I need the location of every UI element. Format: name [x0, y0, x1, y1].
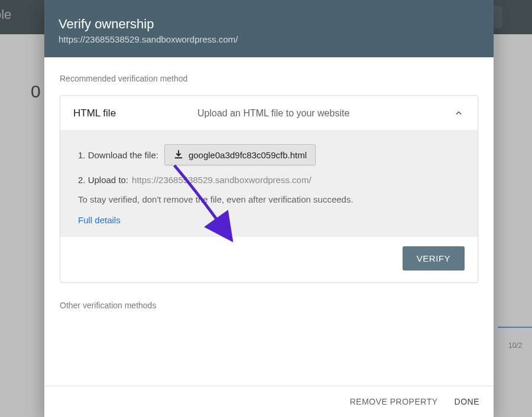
- other-methods-label: Other verification methods: [60, 301, 478, 310]
- step-upload: 2. Upload to: https://23685538529.sandbo…: [78, 175, 460, 185]
- modal-footer: REMOVE PROPERTY DONE: [44, 386, 494, 417]
- chevron-up-icon: [453, 107, 465, 119]
- verification-note: To stay verified, don't remove the file,…: [78, 194, 460, 204]
- method-content: 1. Download the file: google0a3d9fc83c05…: [60, 130, 478, 237]
- verify-row: VERIFY: [60, 237, 478, 282]
- modal-subtitle: https://23685538529.sandboxwordpress.com…: [59, 34, 479, 44]
- download-filename: google0a3d9fc83c059cfb.html: [189, 150, 307, 160]
- modal-title: Verify ownership: [59, 17, 479, 32]
- method-header[interactable]: HTML file Upload an HTML file to your we…: [60, 96, 478, 130]
- remove-property-button[interactable]: REMOVE PROPERTY: [350, 397, 438, 406]
- modal-body[interactable]: Recommended verification method HTML fil…: [44, 57, 494, 386]
- step-download: 1. Download the file: google0a3d9fc83c05…: [78, 144, 460, 165]
- verify-button[interactable]: VERIFY: [403, 246, 465, 271]
- modal-header: Verify ownership https://23685538529.san…: [44, 0, 494, 57]
- step2-url: https://23685538529.sandboxwordpress.com…: [132, 175, 312, 185]
- method-card-html-file: HTML file Upload an HTML file to your we…: [60, 95, 478, 283]
- step1-text: 1. Download the file:: [78, 150, 158, 160]
- recommended-method-label: Recommended verification method: [60, 74, 478, 83]
- download-icon: [173, 149, 184, 160]
- done-button[interactable]: DONE: [455, 397, 479, 406]
- method-description: Upload an HTML file to your website: [197, 108, 453, 119]
- download-file-button[interactable]: google0a3d9fc83c059cfb.html: [164, 144, 316, 165]
- full-details-link[interactable]: Full details: [78, 215, 460, 225]
- method-title: HTML file: [73, 107, 197, 119]
- verify-ownership-modal: Verify ownership https://23685538529.san…: [44, 0, 494, 417]
- step2-text: 2. Upload to:: [78, 175, 128, 185]
